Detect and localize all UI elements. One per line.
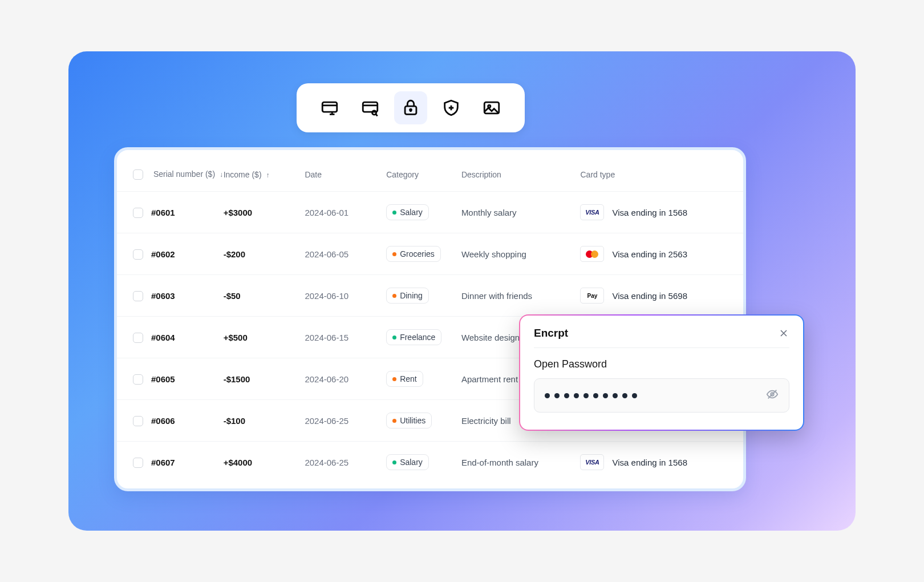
income-value: +$3000 bbox=[224, 208, 252, 217]
lock-button[interactable] bbox=[394, 91, 427, 124]
col-description-label: Description bbox=[461, 170, 501, 179]
app-stage: Serial number ($) ↓ Income ($) ↑ Date Ca… bbox=[68, 51, 856, 531]
category-pill: Utilities bbox=[386, 413, 432, 429]
row-checkbox[interactable] bbox=[133, 333, 143, 343]
toggle-visibility-button[interactable] bbox=[766, 388, 779, 403]
row-checkbox[interactable] bbox=[133, 291, 143, 301]
password-label: Open Password bbox=[534, 358, 789, 370]
category-dot-icon bbox=[392, 336, 396, 340]
image-icon bbox=[482, 98, 501, 118]
description-value: Website design bbox=[461, 333, 520, 342]
close-icon bbox=[778, 328, 789, 339]
category-dot-icon bbox=[392, 460, 396, 464]
eye-off-icon bbox=[766, 388, 779, 401]
income-value: +$4000 bbox=[224, 458, 252, 467]
category-label: Dining bbox=[400, 291, 423, 300]
serial-number: #0604 bbox=[151, 333, 175, 342]
category-dot-icon bbox=[392, 252, 396, 256]
serial-number: #0606 bbox=[151, 416, 175, 426]
description-value: Apartment rent bbox=[461, 374, 518, 384]
description-value: Dinner with friends bbox=[461, 291, 532, 301]
category-dot-icon bbox=[392, 377, 396, 381]
date-value: 2024-06-20 bbox=[305, 374, 348, 384]
income-value: -$200 bbox=[224, 249, 245, 259]
col-serial[interactable]: Serial number ($) ↓ bbox=[117, 161, 224, 192]
row-checkbox[interactable] bbox=[133, 249, 143, 260]
shield-plus-button[interactable] bbox=[435, 91, 468, 124]
category-pill: Dining bbox=[386, 288, 429, 304]
category-label: Freelance bbox=[400, 333, 435, 342]
date-value: 2024-06-25 bbox=[305, 458, 348, 467]
category-dot-icon bbox=[392, 211, 396, 215]
col-category[interactable]: Category bbox=[386, 161, 461, 192]
category-pill: Salary bbox=[386, 204, 429, 220]
serial-number: #0603 bbox=[151, 291, 175, 301]
select-all-checkbox[interactable] bbox=[133, 169, 143, 180]
category-label: Rent bbox=[400, 374, 417, 383]
svg-point-4 bbox=[410, 109, 412, 111]
visa-brand-icon: VISA bbox=[580, 204, 604, 220]
date-value: 2024-06-10 bbox=[305, 291, 348, 301]
income-value: -$1500 bbox=[224, 374, 250, 384]
table-row[interactable]: #0607+$40002024-06-25SalaryEnd-of-month … bbox=[117, 442, 743, 483]
col-category-label: Category bbox=[386, 170, 419, 179]
category-pill: Freelance bbox=[386, 329, 441, 345]
date-value: 2024-06-15 bbox=[305, 333, 348, 342]
income-value: +$500 bbox=[224, 333, 248, 342]
serial-number: #0601 bbox=[151, 208, 175, 217]
serial-number: #0602 bbox=[151, 249, 175, 259]
col-description[interactable]: Description bbox=[461, 161, 581, 192]
card-type-label: Visa ending in 5698 bbox=[612, 291, 687, 301]
col-income-label: Income ($) bbox=[224, 170, 262, 179]
action-toolbar bbox=[297, 83, 525, 132]
card-search-icon bbox=[360, 98, 380, 118]
row-checkbox[interactable] bbox=[133, 458, 143, 468]
row-checkbox[interactable] bbox=[133, 374, 143, 385]
col-income[interactable]: Income ($) ↑ bbox=[224, 161, 305, 192]
card-type-label: Visa ending in 1568 bbox=[612, 458, 687, 467]
table-row[interactable]: #0602-$2002024-06-05GroceriesWeekly shop… bbox=[117, 233, 743, 275]
income-value: -$100 bbox=[224, 416, 245, 426]
col-date-label: Date bbox=[305, 170, 322, 179]
mastercard-brand-icon bbox=[580, 246, 604, 262]
card-type-cell: VISAVisa ending in 1568 bbox=[580, 454, 743, 470]
row-checkbox[interactable] bbox=[133, 416, 143, 426]
serial-number: #0607 bbox=[151, 458, 175, 467]
col-date[interactable]: Date bbox=[305, 161, 386, 192]
date-value: 2024-06-05 bbox=[305, 249, 348, 259]
visa-brand-icon: VISA bbox=[580, 454, 604, 470]
shield-plus-icon bbox=[441, 98, 461, 118]
description-value: Monthly salary bbox=[461, 208, 517, 217]
table-row[interactable]: #0601+$30002024-06-01SalaryMonthly salar… bbox=[117, 192, 743, 233]
lock-icon bbox=[401, 98, 420, 118]
description-value: Weekly shopping bbox=[461, 249, 526, 259]
modal-title: Encrpt bbox=[534, 327, 568, 340]
col-serial-label: Serial number ($) bbox=[153, 169, 215, 179]
card-search-button[interactable] bbox=[354, 91, 387, 124]
image-button[interactable] bbox=[475, 91, 508, 124]
card-text-button[interactable] bbox=[313, 91, 346, 124]
table-row[interactable]: #0603-$502024-06-10DiningDinner with fri… bbox=[117, 275, 743, 317]
password-mask bbox=[545, 393, 637, 398]
applepay-brand-icon: Pay bbox=[580, 288, 604, 304]
serial-number: #0605 bbox=[151, 374, 175, 384]
modal-close-button[interactable] bbox=[778, 328, 789, 339]
col-cardtype-label: Card type bbox=[580, 170, 615, 179]
category-pill: Groceries bbox=[386, 246, 441, 262]
category-dot-icon bbox=[392, 419, 396, 423]
row-checkbox[interactable] bbox=[133, 208, 143, 218]
card-text-icon bbox=[320, 98, 339, 118]
description-value: Electricity bill bbox=[461, 416, 511, 426]
password-input[interactable] bbox=[534, 378, 789, 413]
col-cardtype[interactable]: Card type bbox=[580, 161, 743, 192]
sort-desc-icon: ↓ bbox=[220, 171, 223, 179]
card-type-label: Visa ending in 1568 bbox=[612, 208, 687, 217]
category-label: Utilities bbox=[400, 416, 425, 425]
category-label: Salary bbox=[400, 458, 423, 467]
category-label: Salary bbox=[400, 208, 423, 217]
description-value: End-of-month salary bbox=[461, 458, 538, 467]
sort-asc-icon: ↑ bbox=[266, 171, 269, 179]
category-pill: Salary bbox=[386, 454, 429, 470]
table-header-row: Serial number ($) ↓ Income ($) ↑ Date Ca… bbox=[117, 161, 743, 192]
card-type-cell: Visa ending in 2563 bbox=[580, 246, 743, 262]
